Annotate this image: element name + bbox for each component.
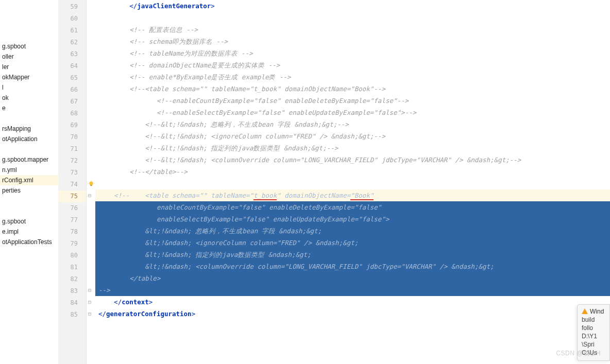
code-line[interactable]: <!-- schema即为数据库名 --> bbox=[95, 36, 610, 47]
line-number[interactable]: 59 bbox=[58, 1, 86, 13]
fold-marker-icon[interactable]: ⊟ bbox=[88, 193, 93, 198]
project-tree-item[interactable]: g.spboot bbox=[0, 41, 58, 51]
code-line[interactable]: enableSelectByExample="false" enableUpda… bbox=[95, 213, 610, 225]
project-tree-item[interactable]: perties bbox=[0, 185, 58, 196]
code-line[interactable]: enableCountByExample="false" enableDelet… bbox=[95, 201, 610, 213]
editor-area[interactable]: 5960616263646566676869707172737475767778… bbox=[58, 0, 610, 364]
fold-marker-icon[interactable]: ⊟ bbox=[88, 311, 93, 316]
code-line[interactable]: &lt;!&ndash; <columnOverride column="LON… bbox=[95, 261, 610, 272]
line-number[interactable]: 64 bbox=[58, 60, 86, 72]
notification-line: D:\Y1 bbox=[582, 333, 609, 340]
line-number[interactable]: 82 bbox=[58, 273, 86, 285]
project-tree-item[interactable] bbox=[0, 144, 58, 154]
svg-rect-1 bbox=[90, 185, 92, 186]
code-line[interactable]: &lt;!&ndash; 指定列的java数据类型 &ndash;&gt; bbox=[95, 249, 610, 261]
line-number[interactable]: 68 bbox=[58, 108, 86, 119]
warning-icon bbox=[582, 308, 588, 314]
gutter-markers[interactable]: ⊟⊟⊟⊟ bbox=[86, 0, 95, 364]
code-line[interactable]: </javaClientGenerator> bbox=[95, 0, 610, 12]
code-line[interactable]: <!--&lt;!&ndash; 忽略列，不生成bean 字段 &ndash;&… bbox=[95, 118, 610, 130]
ide-root: g.spbootollerlerokMapperloke rsMappingot… bbox=[0, 0, 610, 364]
project-tree-item[interactable]: n.yml bbox=[0, 165, 58, 175]
line-number[interactable]: 80 bbox=[58, 250, 86, 262]
project-tree-item[interactable]: otApplicationTests bbox=[0, 237, 58, 247]
fold-marker-icon[interactable]: ⊟ bbox=[88, 299, 93, 304]
notification-line: build bbox=[582, 316, 609, 323]
project-tree-item[interactable]: otApplication bbox=[0, 134, 58, 144]
code-line[interactable] bbox=[95, 12, 610, 24]
line-number[interactable]: 83 bbox=[58, 285, 86, 297]
code-line[interactable] bbox=[95, 178, 610, 189]
line-number[interactable]: 61 bbox=[58, 25, 86, 37]
line-number[interactable]: 70 bbox=[58, 131, 86, 143]
code-area[interactable]: </javaClientGenerator> <!-- 配置表信息 --> <!… bbox=[95, 0, 610, 364]
code-line[interactable]: <!--enableCountByExample="false" enableD… bbox=[95, 95, 610, 107]
notification-title: Wind bbox=[590, 308, 604, 315]
notification-line: follo bbox=[582, 324, 609, 332]
line-number[interactable]: 85 bbox=[58, 309, 86, 321]
line-number[interactable]: 63 bbox=[58, 48, 86, 60]
svg-point-0 bbox=[89, 181, 93, 185]
project-tree-item[interactable]: l bbox=[0, 82, 58, 93]
code-line[interactable]: <!-- tableName为对应的数据库表 --> bbox=[95, 47, 610, 59]
line-number[interactable]: 67 bbox=[58, 96, 86, 108]
project-tree-item[interactable]: rsMapping bbox=[0, 124, 58, 134]
line-number[interactable]: 84 bbox=[58, 297, 86, 309]
project-tree-item[interactable] bbox=[0, 21, 58, 31]
code-line[interactable]: <!--&lt;!&ndash; <columnOverride column=… bbox=[95, 154, 610, 166]
project-tree-item[interactable]: oller bbox=[0, 51, 58, 62]
project-tree-item[interactable]: e bbox=[0, 103, 58, 113]
fold-marker-icon[interactable]: ⊟ bbox=[88, 287, 93, 292]
project-tree-item[interactable]: ok bbox=[0, 93, 58, 103]
project-tree-item[interactable] bbox=[0, 0, 58, 10]
code-line[interactable]: </table> bbox=[95, 272, 610, 284]
code-line[interactable]: <!-- 配置表信息 --> bbox=[95, 24, 610, 36]
line-number[interactable]: 78 bbox=[58, 226, 86, 238]
line-number[interactable]: 73 bbox=[58, 167, 86, 179]
project-tree-item[interactable]: g.spboot bbox=[0, 216, 58, 227]
project-tree-item[interactable]: ler bbox=[0, 62, 58, 72]
project-tree-item[interactable]: g.spboot.mapper bbox=[0, 154, 58, 165]
code-line[interactable]: <!--&lt;!&ndash; <ignoreColumn column="F… bbox=[95, 130, 610, 142]
line-number[interactable]: 69 bbox=[58, 119, 86, 131]
line-number[interactable]: 77 bbox=[58, 214, 86, 226]
project-tree-item[interactable] bbox=[0, 10, 58, 21]
notification-line: \Spri bbox=[582, 341, 609, 348]
code-line[interactable]: <!--enableSelectByExample="false" enable… bbox=[95, 107, 610, 118]
code-line[interactable]: &lt;!&ndash; 忽略列，不生成bean 字段 &ndash;&gt; bbox=[95, 225, 610, 237]
notification-popup[interactable]: Wind buildfolloD:\Y1\SpriC:\Us bbox=[577, 304, 610, 361]
notification-line: C:\Us bbox=[582, 349, 609, 356]
code-line[interactable]: <!-- enable*ByExample是否生成 example类 --> bbox=[95, 71, 610, 83]
project-tree[interactable]: g.spbootollerlerokMapperloke rsMappingot… bbox=[0, 0, 58, 364]
editor-gutter[interactable]: 5960616263646566676869707172737475767778… bbox=[58, 0, 86, 364]
project-tree-item[interactable] bbox=[0, 196, 58, 206]
code-line[interactable]: &lt;!&ndash; <ignoreColumn column="FRED"… bbox=[95, 237, 610, 249]
line-number[interactable]: 71 bbox=[58, 143, 86, 155]
line-number[interactable]: 81 bbox=[58, 262, 86, 273]
code-line[interactable]: <!-- domainObjectName是要生成的实体类 --> bbox=[95, 59, 610, 71]
line-number[interactable]: 76 bbox=[58, 202, 86, 214]
line-number[interactable]: 72 bbox=[58, 155, 86, 167]
line-number[interactable]: 79 bbox=[58, 238, 86, 250]
code-line[interactable]: <!--<table schema="" tableName="t_book" … bbox=[95, 83, 610, 95]
project-tree-item[interactable]: e.impl bbox=[0, 227, 58, 237]
line-number[interactable]: 60 bbox=[58, 13, 86, 25]
code-line[interactable]: --> bbox=[95, 284, 610, 296]
code-line[interactable]: <!--</table>--> bbox=[95, 166, 610, 178]
code-line[interactable]: <!--&lt;!&ndash; 指定列的java数据类型 &ndash;&gt… bbox=[95, 142, 610, 154]
intention-bulb-icon[interactable] bbox=[88, 180, 95, 187]
line-number[interactable]: 75 bbox=[58, 190, 86, 202]
project-tree-item[interactable]: okMapper bbox=[0, 72, 58, 82]
line-number[interactable]: 66 bbox=[58, 84, 86, 96]
line-number[interactable]: 62 bbox=[58, 37, 86, 48]
project-tree-item[interactable] bbox=[0, 31, 58, 41]
line-number[interactable]: 74 bbox=[58, 179, 86, 190]
line-number[interactable]: 65 bbox=[58, 72, 86, 84]
project-tree-item[interactable] bbox=[0, 206, 58, 216]
project-tree-item[interactable]: rConfig.xml bbox=[0, 175, 58, 185]
project-tree-item[interactable] bbox=[0, 113, 58, 124]
code-line[interactable]: </generatorConfiguration> bbox=[95, 308, 610, 320]
code-line[interactable]: <!-- <table schema="" tableName="t_book"… bbox=[95, 189, 610, 201]
code-line[interactable]: </context> bbox=[95, 296, 610, 308]
